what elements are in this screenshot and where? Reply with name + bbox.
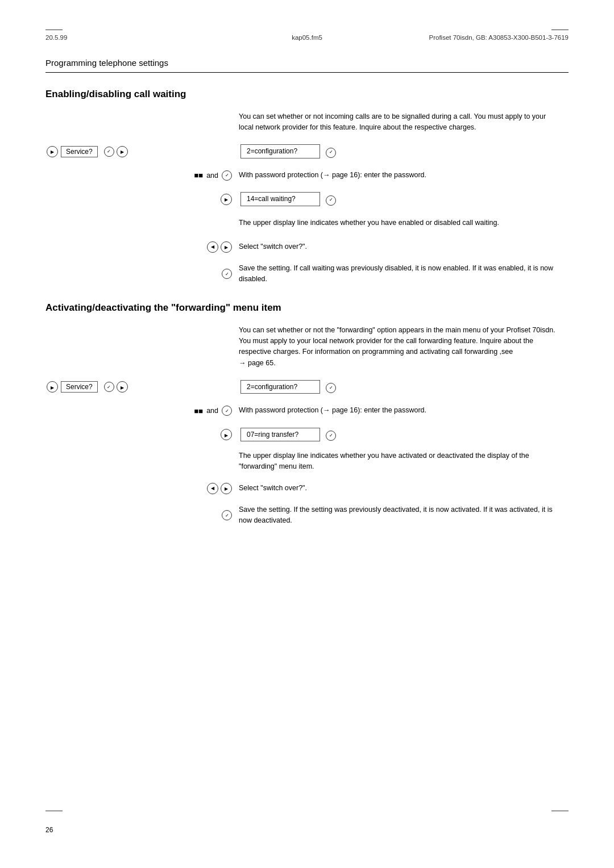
check-circle-s2-6: ✓ — [222, 510, 232, 520]
bottom-line-right — [551, 811, 569, 811]
diagram-left-3 — [45, 194, 239, 205]
and-text-2: and — [206, 407, 218, 415]
circle-down-right-1: ✓ — [326, 148, 336, 158]
diagram-row-2: ■■ and ✓ With password protection (→ pag… — [45, 168, 569, 183]
subsection-call-waiting: Enabling/disabling call waiting You can … — [45, 89, 569, 285]
header-product: Profiset 70isdn, GB: A30853-X300-B501-3-… — [394, 34, 569, 41]
header-date: 20.5.99 — [45, 34, 220, 41]
diagram-left-5: ◀ — [45, 241, 239, 253]
diagram-left-6: ✓ — [45, 269, 239, 279]
diagram-left-s2-6: ✓ — [45, 510, 239, 520]
config-box-2: 2=configuration? — [240, 380, 320, 394]
subsection2-intro: You can set whether or not the "forwardi… — [239, 325, 557, 369]
section-title: Programming telephone settings — [45, 58, 569, 68]
diagram-row-s2-4: The upper display line indicates whether… — [45, 450, 569, 473]
arrow-right-icon-3 — [221, 194, 232, 205]
circle-right-s2-5 — [221, 483, 232, 494]
check-circle-s2-2: ✓ — [222, 406, 232, 416]
hash-icon-2: ■■ — [194, 407, 203, 415]
circle-down-right-s2-1: ✓ — [326, 383, 336, 393]
diagram-row-4: The upper display line indicates whether… — [45, 215, 569, 231]
service-box-1: Service? — [61, 146, 98, 157]
page-number: 26 — [45, 826, 53, 834]
diagram-right-s2-1: 2=configuration? ✓ — [239, 380, 557, 394]
subsection-forwarding: Activating/deactivating the "forwarding"… — [45, 302, 569, 527]
subsection1-intro: You can set whether or not incoming call… — [239, 111, 557, 133]
circle-down-s2-1: ✓ — [104, 382, 114, 392]
diagram-row-s2-5: ◀ Select "switch over?". — [45, 481, 569, 496]
diagram-right-6: Save the setting. If call waiting was pr… — [239, 263, 557, 285]
middle-circles-1: ✓ — [103, 146, 129, 157]
diagram-right-2: With password protection (→ page 16): en… — [239, 170, 557, 181]
diagram-left-s2-3 — [45, 429, 239, 440]
and-text-1: and — [206, 172, 218, 180]
diagram-left-s2-2: ■■ and ✓ — [45, 406, 239, 416]
ring-transfer-box: 07=ring transfer? — [240, 428, 320, 442]
bottom-line-left — [45, 811, 63, 811]
arrow-right-icon-1 — [47, 146, 58, 157]
subsection1-heading: Enabling/disabling call waiting — [45, 89, 569, 100]
circle-right-s2-1 — [117, 381, 128, 393]
check-circle-3: ✓ — [326, 195, 336, 206]
hash-icon-1: ■■ — [194, 171, 203, 180]
diagram-left-s2-5: ◀ — [45, 483, 239, 494]
check-circle-6: ✓ — [222, 269, 232, 279]
diagram-right-s2-4: The upper display line indicates whether… — [239, 450, 557, 473]
diagram-right-s2-6: Save the setting. If the setting was pre… — [239, 504, 557, 527]
diagram-row-s2-3: 07=ring transfer? ✓ — [45, 427, 569, 443]
top-line-left — [45, 30, 63, 30]
diagram-row-5: ◀ Select "switch over?". — [45, 239, 569, 255]
service-box-2: Service? — [61, 381, 98, 393]
diagram-row-s2-6: ✓ Save the setting. If the setting was p… — [45, 504, 569, 527]
diagram-left-s2-1: Service? ✓ — [45, 381, 239, 393]
diagram-right-3: 14=call waiting? ✓ — [239, 192, 557, 206]
circle-right-1 — [117, 146, 128, 157]
diagram-right-1: 2=configuration? ✓ — [239, 144, 557, 158]
diagram-row-s2-1: Service? ✓ 2=configuration? ✓ — [45, 379, 569, 395]
diagram-right-5: Select "switch over?". — [239, 241, 557, 252]
diagram-row-1: Service? ✓ 2=configuration? ✓ — [45, 144, 569, 160]
middle-circles-s2-1: ✓ — [103, 381, 129, 393]
check-circle-s2-3: ✓ — [326, 431, 336, 441]
section-divider — [45, 72, 569, 73]
call-waiting-box: 14=call waiting? — [240, 192, 320, 206]
circle-left-s2-5: ◀ — [207, 483, 218, 494]
arrow-right-icon-s2-3 — [221, 429, 232, 440]
diagram-right-4: The upper display line indicates whether… — [239, 218, 557, 228]
diagram-left-2: ■■ and ✓ — [45, 170, 239, 181]
diagram-row-3: 14=call waiting? ✓ — [45, 191, 569, 207]
diagram-right-s2-3: 07=ring transfer? ✓ — [239, 428, 557, 442]
circle-left-5: ◀ — [207, 241, 218, 253]
diagram-right-s2-2: With password protection (→ page 16): en… — [239, 405, 557, 416]
top-line-right — [551, 30, 569, 30]
config-box-1: 2=configuration? — [240, 144, 320, 158]
circle-right-5 — [221, 241, 232, 253]
check-circle-1: ✓ — [222, 170, 232, 181]
page-container: 20.5.99 kap05.fm5 Profiset 70isdn, GB: A… — [0, 0, 614, 868]
subsection2-heading: Activating/deactivating the "forwarding"… — [45, 302, 569, 314]
diagram-row-6: ✓ Save the setting. If call waiting was … — [45, 263, 569, 285]
header-filename: kap05.fm5 — [220, 34, 395, 41]
diagram-left-1: Service? ✓ — [45, 146, 239, 157]
arrow-right-icon-s2-1 — [47, 381, 58, 393]
diagram-right-s2-5: Select "switch over?". — [239, 483, 557, 494]
circle-down-1: ✓ — [104, 147, 114, 157]
page-header: 20.5.99 kap05.fm5 Profiset 70isdn, GB: A… — [45, 34, 569, 41]
diagram-row-s2-2: ■■ and ✓ With password protection (→ pag… — [45, 403, 569, 419]
